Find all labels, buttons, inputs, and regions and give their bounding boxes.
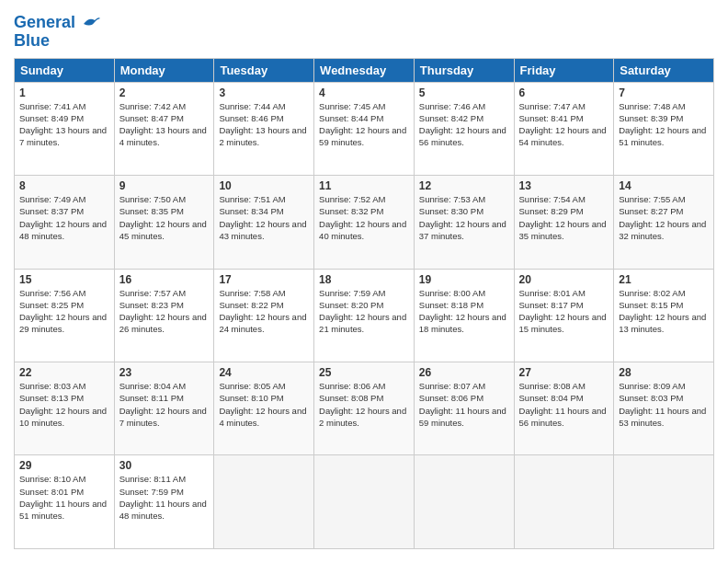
sunset-label: Sunset: 8:08 PM [319,393,383,403]
sunset-label: Sunset: 8:01 PM [19,487,84,497]
day-number: 25 [319,366,409,379]
day-number: 13 [519,179,609,192]
sunrise-label: Sunrise: 7:57 AM [119,288,186,298]
logo: General Blue [14,14,102,51]
day-number: 1 [19,86,109,99]
day-info: Sunrise: 7:42 AM Sunset: 8:47 PM Dayligh… [119,100,210,149]
sunset-label: Sunset: 8:35 PM [119,206,184,216]
day-info: Sunrise: 8:11 AM Sunset: 7:59 PM Dayligh… [119,473,210,522]
day-cell-8: 8 Sunrise: 7:49 AM Sunset: 8:37 PM Dayli… [15,176,115,269]
header-monday: Monday [114,58,214,82]
day-info: Sunrise: 8:10 AM Sunset: 8:01 PM Dayligh… [19,473,109,522]
empty-cell [314,455,415,549]
daylight-label: Daylight: 12 hours and 21 minutes. [319,312,406,334]
sunrise-label: Sunrise: 8:00 AM [419,288,485,298]
day-number: 30 [119,459,210,472]
day-info: Sunrise: 8:07 AM Sunset: 8:06 PM Dayligh… [419,380,509,429]
sunrise-label: Sunrise: 7:54 AM [519,194,586,204]
sunset-label: Sunset: 8:42 PM [419,113,483,123]
day-cell-27: 27 Sunrise: 8:08 AM Sunset: 8:04 PM Dayl… [514,362,614,455]
daylight-label: Daylight: 13 hours and 7 minutes. [19,125,107,147]
daylight-label: Daylight: 13 hours and 2 minutes. [219,125,306,147]
daylight-label: Daylight: 11 hours and 56 minutes. [519,406,607,428]
daylight-label: Daylight: 12 hours and 15 minutes. [519,312,607,334]
day-info: Sunrise: 8:05 AM Sunset: 8:10 PM Dayligh… [219,380,309,429]
sunrise-label: Sunrise: 7:52 AM [319,194,385,204]
day-cell-20: 20 Sunrise: 8:01 AM Sunset: 8:17 PM Dayl… [514,269,614,362]
day-number: 29 [19,459,109,472]
sunset-label: Sunset: 8:41 PM [519,113,584,123]
calendar-week-1: 1 Sunrise: 7:41 AM Sunset: 8:49 PM Dayli… [15,82,714,175]
empty-cell [514,455,614,549]
header-saturday: Saturday [614,58,714,82]
daylight-label: Daylight: 12 hours and 54 minutes. [519,125,607,147]
daylight-label: Daylight: 12 hours and 7 minutes. [119,406,207,428]
sunrise-label: Sunrise: 8:03 AM [19,381,85,391]
day-info: Sunrise: 8:08 AM Sunset: 8:04 PM Dayligh… [519,380,609,429]
day-number: 17 [219,273,309,286]
logo-text-blue: Blue [14,32,102,51]
day-number: 2 [119,86,210,99]
sunrise-label: Sunrise: 7:47 AM [519,101,586,111]
daylight-label: Daylight: 12 hours and 24 minutes. [219,312,306,334]
sunrise-label: Sunrise: 8:10 AM [19,474,85,484]
day-cell-5: 5 Sunrise: 7:46 AM Sunset: 8:42 PM Dayli… [414,82,514,175]
day-info: Sunrise: 8:00 AM Sunset: 8:18 PM Dayligh… [419,287,509,336]
calendar-week-5: 29 Sunrise: 8:10 AM Sunset: 8:01 PM Dayl… [15,455,714,549]
daylight-label: Daylight: 12 hours and 59 minutes. [319,125,406,147]
day-number: 18 [319,273,409,286]
sunset-label: Sunset: 8:32 PM [319,206,383,216]
day-number: 15 [19,273,109,286]
sunrise-label: Sunrise: 7:51 AM [219,194,285,204]
day-info: Sunrise: 8:03 AM Sunset: 8:13 PM Dayligh… [19,380,109,429]
day-cell-6: 6 Sunrise: 7:47 AM Sunset: 8:41 PM Dayli… [514,82,614,175]
day-number: 24 [219,366,309,379]
daylight-label: Daylight: 12 hours and 26 minutes. [119,312,207,334]
sunrise-label: Sunrise: 8:07 AM [419,381,485,391]
day-cell-16: 16 Sunrise: 7:57 AM Sunset: 8:23 PM Dayl… [114,269,214,362]
day-info: Sunrise: 7:56 AM Sunset: 8:25 PM Dayligh… [19,287,109,336]
sunset-label: Sunset: 8:22 PM [219,300,283,310]
day-cell-22: 22 Sunrise: 8:03 AM Sunset: 8:13 PM Dayl… [15,362,115,455]
day-cell-4: 4 Sunrise: 7:45 AM Sunset: 8:44 PM Dayli… [314,82,415,175]
sunset-label: Sunset: 8:06 PM [419,393,483,403]
day-info: Sunrise: 8:06 AM Sunset: 8:08 PM Dayligh… [319,380,409,429]
sunset-label: Sunset: 8:20 PM [319,300,383,310]
day-info: Sunrise: 7:53 AM Sunset: 8:30 PM Dayligh… [419,193,509,242]
day-number: 22 [19,366,109,379]
page-header: General Blue [14,14,714,51]
sunset-label: Sunset: 8:10 PM [219,393,283,403]
sunrise-label: Sunrise: 7:49 AM [19,194,85,204]
sunrise-label: Sunrise: 7:58 AM [219,288,285,298]
sunrise-label: Sunrise: 8:01 AM [519,288,586,298]
sunset-label: Sunset: 8:47 PM [119,113,184,123]
day-info: Sunrise: 7:51 AM Sunset: 8:34 PM Dayligh… [219,193,309,242]
header-wednesday: Wednesday [314,58,415,82]
day-info: Sunrise: 7:46 AM Sunset: 8:42 PM Dayligh… [419,100,509,149]
header-friday: Friday [514,58,614,82]
sunset-label: Sunset: 8:11 PM [119,393,184,403]
day-cell-7: 7 Sunrise: 7:48 AM Sunset: 8:39 PM Dayli… [614,82,714,175]
day-info: Sunrise: 7:44 AM Sunset: 8:46 PM Dayligh… [219,100,309,149]
day-cell-15: 15 Sunrise: 7:56 AM Sunset: 8:25 PM Dayl… [15,269,115,362]
daylight-label: Daylight: 12 hours and 2 minutes. [319,406,406,428]
daylight-label: Daylight: 13 hours and 4 minutes. [119,125,207,147]
logo-text-general: General [14,13,75,31]
sunset-label: Sunset: 8:15 PM [619,300,683,310]
day-cell-24: 24 Sunrise: 8:05 AM Sunset: 8:10 PM Dayl… [214,362,314,455]
day-info: Sunrise: 7:55 AM Sunset: 8:27 PM Dayligh… [619,193,709,242]
sunrise-label: Sunrise: 7:42 AM [119,101,186,111]
sunset-label: Sunset: 8:23 PM [119,300,184,310]
day-number: 26 [419,366,509,379]
day-info: Sunrise: 7:50 AM Sunset: 8:35 PM Dayligh… [119,193,210,242]
calendar-week-4: 22 Sunrise: 8:03 AM Sunset: 8:13 PM Dayl… [15,362,714,455]
sunset-label: Sunset: 7:59 PM [119,487,184,497]
day-cell-17: 17 Sunrise: 7:58 AM Sunset: 8:22 PM Dayl… [214,269,314,362]
day-cell-29: 29 Sunrise: 8:10 AM Sunset: 8:01 PM Dayl… [15,455,115,549]
day-number: 10 [219,179,309,192]
day-number: 8 [19,179,109,192]
day-cell-13: 13 Sunrise: 7:54 AM Sunset: 8:29 PM Dayl… [514,176,614,269]
daylight-label: Daylight: 12 hours and 29 minutes. [19,312,107,334]
header-tuesday: Tuesday [214,58,314,82]
day-number: 21 [619,273,709,286]
